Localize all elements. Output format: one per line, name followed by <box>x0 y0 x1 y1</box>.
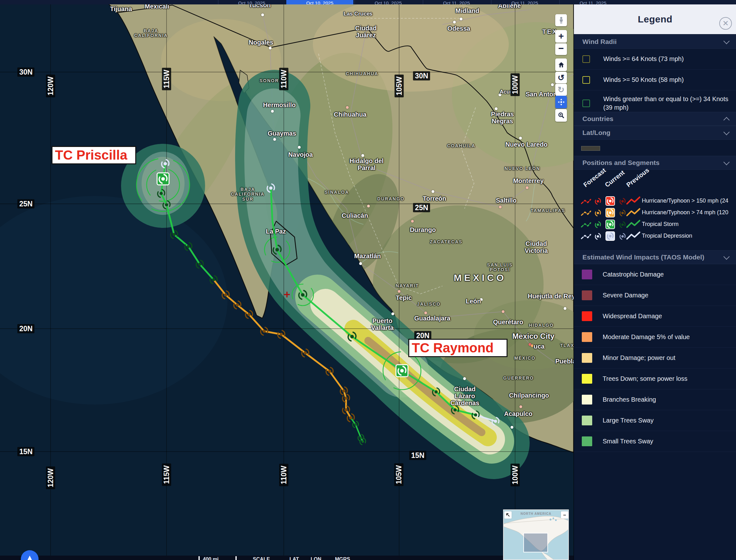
impact-label: Small Trees Sway <box>603 438 653 445</box>
scale-text: 400 mi <box>203 557 219 560</box>
date-tab[interactable]: Oct 11, 2025 <box>559 0 626 4</box>
section-wind-radii[interactable]: Wind Radii <box>574 35 736 49</box>
rotate-ccw-icon: ↺ <box>558 74 565 82</box>
impact-label: Branches Breaking <box>603 396 656 403</box>
city-dot <box>463 377 466 380</box>
city-label: CiudadVictoria <box>525 240 548 254</box>
wind-radii-row: Winds >= 50 Knots (58 mph) <box>574 70 736 90</box>
city-dot <box>271 110 274 113</box>
state-label: JALISCO <box>417 302 441 307</box>
inset-viewport-rect[interactable] <box>523 533 548 552</box>
map-control-rotate-ccw[interactable]: ↺ <box>555 72 567 83</box>
close-icon[interactable]: ✕ <box>719 17 732 30</box>
city-label: Saltillo <box>496 197 517 204</box>
positions-row-label: Tropical Depression <box>642 233 736 239</box>
zoom-box-icon <box>558 112 565 119</box>
graticule-label: 15N <box>17 447 34 456</box>
section-countries[interactable]: Countries <box>574 112 736 126</box>
date-tab[interactable]: Oct 10, 2025 <box>355 0 422 4</box>
minus-icon: − <box>558 44 564 53</box>
impact-label: Severe Damage <box>603 292 648 299</box>
map-control-home[interactable] <box>555 58 567 71</box>
impact-row: Widespread Damage <box>574 306 736 327</box>
plus-icon: + <box>558 31 564 41</box>
storm-label-priscilla[interactable]: TC Priscilla <box>52 146 136 164</box>
map-control-minus[interactable]: − <box>555 43 567 55</box>
wind-radii-label: Winds >= 64 Knots (73 mph) <box>603 55 733 63</box>
scale-tick <box>198 556 200 560</box>
city-label: Hidalgo delParral <box>350 157 384 171</box>
graticule-label: 105W <box>395 75 404 97</box>
map-control-pan[interactable] <box>555 96 567 108</box>
chevron-down-icon <box>723 253 730 260</box>
map-control-zoom-box[interactable] <box>555 109 567 122</box>
chevron-up-icon <box>723 117 730 123</box>
cyclone-tracker-app: { "top_bar": { "dates": ["Oct 10, 2025",… <box>0 0 736 560</box>
positions-column-header: Forecast <box>582 167 607 189</box>
impact-label: Moderate Damage 5% of value <box>603 333 690 341</box>
impact-color-swatch <box>582 332 592 342</box>
graticule-label: 20N <box>17 324 34 333</box>
positions-row-label: Hurricane/Typhoon > 74 mph (120 <box>642 209 736 216</box>
city-label: Tijuana <box>110 5 132 12</box>
map-control-pegman[interactable] <box>555 14 567 26</box>
previous-sample <box>619 219 642 230</box>
legend-panel: Legend ✕ Wind Radii Winds >= 64 Knots (7… <box>574 0 736 560</box>
section-positions-segments[interactable]: Positions and Segments <box>574 156 736 170</box>
inset-zoom-out-button[interactable]: − <box>561 511 568 519</box>
wind-radii-label: Winds greater than or equal to (>=) 34 K… <box>603 95 733 112</box>
city-label: Nogales <box>249 39 273 46</box>
date-tab[interactable]: Oct 11, 2025 <box>491 0 558 4</box>
previous-sample <box>619 195 642 207</box>
state-label: ZACATECAS <box>430 240 462 244</box>
city-dot <box>261 14 264 16</box>
map-control-rotate-cw[interactable]: ↻ <box>555 84 567 96</box>
wind-radii-checkbox[interactable] <box>582 100 590 107</box>
state-label: NUEVO LEÓN <box>505 166 540 171</box>
forecast-sample <box>580 207 604 219</box>
section-label: Lat/Long <box>582 129 611 137</box>
date-tab[interactable]: Oct 10, 2025 <box>218 0 285 4</box>
wind-radii-checkbox[interactable] <box>582 76 590 84</box>
date-tab[interactable]: Oct 11, 2025 <box>423 0 490 4</box>
graticule-label: 115W <box>162 68 171 90</box>
city-dot <box>359 262 362 265</box>
city-label: Chihuahua <box>334 111 366 118</box>
forecast-sample <box>580 219 604 230</box>
current-sample <box>605 196 615 206</box>
map-canvas[interactable]: TijuanaMexicaliTucsonLas CrucesCiudadJuá… <box>0 0 574 560</box>
city-dot <box>564 307 567 310</box>
country-label: MEXICO <box>454 272 506 283</box>
section-lat-long[interactable]: Lat/Long <box>574 126 736 140</box>
section-wind-impacts[interactable]: Estimated Wind Impacts (TAOS Model) <box>574 250 736 264</box>
forecast-sample <box>580 230 604 242</box>
previous-sample <box>619 207 642 219</box>
city-label: Monterrey <box>513 177 544 184</box>
inset-pan-arrow-icon[interactable] <box>504 511 512 519</box>
forecast-sample <box>580 195 604 207</box>
overview-inset-map[interactable]: NORTH AMERICA − <box>503 509 569 560</box>
map-control-plus[interactable]: + <box>555 30 567 43</box>
date-tab[interactable]: Oct 10, 2025 <box>286 0 353 4</box>
chevron-down-icon <box>723 38 730 44</box>
state-label: HIDALGO <box>529 323 554 328</box>
city-label: La Paz <box>266 228 286 235</box>
graticule-label: 110W <box>279 68 289 90</box>
storm-label-raymond[interactable]: TC Raymond <box>408 339 508 357</box>
city-dot <box>526 186 529 189</box>
minus-icon: − <box>563 512 566 518</box>
wind-radii-checkbox[interactable] <box>582 55 590 63</box>
city-label: CiudadJuárez <box>355 25 377 39</box>
graticule-label: 115W <box>162 464 171 486</box>
state-label: SAN LUISPOTOSÍ <box>487 263 513 272</box>
impact-color-swatch <box>582 290 592 300</box>
impact-row: Small Trees Sway <box>574 431 736 452</box>
city-label: Querétaro <box>493 319 523 326</box>
date-tabs-bar: Oct 10, 2025Oct 10, 2025Oct 10, 2025Oct … <box>0 0 736 4</box>
city-dot <box>432 190 435 193</box>
city-label: Huejutla de Rey <box>528 293 574 300</box>
impact-color-swatch <box>582 416 592 425</box>
positions-row: Hurricane/Typhoon > 74 mph (120 <box>574 207 736 219</box>
chevron-down-icon <box>723 159 730 165</box>
city-label: PuertoVallarta <box>371 317 393 331</box>
